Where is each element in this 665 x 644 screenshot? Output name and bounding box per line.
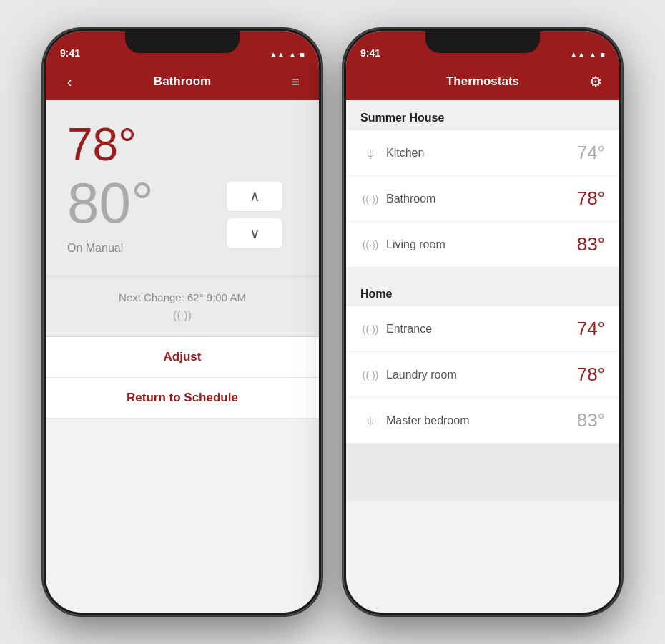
status-time-2: 9:41 [360, 47, 380, 59]
signal-icon-laundry: ((·)) [360, 369, 380, 381]
signal-icon-entrance: ((·)) [360, 323, 380, 335]
signal-icon: ▲▲ [270, 50, 285, 59]
phone1-content: 78° 80° On Manual ∧ ∨ Next Change: 62° 9… [46, 100, 319, 419]
next-change-text: Next Change: 62° 9:00 AM [67, 291, 297, 303]
list-item[interactable]: ((·)) Entrance 74° [346, 306, 619, 352]
app-header-1: ‹ Bathroom ≡ [46, 63, 319, 100]
status-icons-2: ▲▲ ▲ ■ [570, 50, 605, 59]
room-temp-laundry: 78° [577, 364, 605, 386]
wifi-status-icon-2: ▲ [588, 50, 596, 59]
signal-weak-icon: ψ [360, 147, 380, 159]
battery-icon: ■ [300, 50, 305, 59]
group-header-summer-house: Summer House [346, 100, 619, 130]
mode-label: On Manual [67, 242, 154, 255]
notch [125, 31, 240, 53]
notch-2 [425, 31, 540, 53]
list-item[interactable]: ψ Kitchen 74° [346, 130, 619, 176]
room-temp-master: 83° [577, 409, 605, 431]
thermostats-content: Summer House ψ Kitchen 74° ((·)) Bathroo… [346, 100, 619, 501]
set-temperature: 80° On Manual [67, 175, 154, 255]
return-to-schedule-button[interactable]: Return to Schedule [46, 378, 319, 419]
set-temp-value: 80° [67, 175, 154, 232]
screen-title-2: Thermostats [380, 74, 585, 89]
room-name-kitchen: Kitchen [386, 147, 577, 160]
room-temp-bathroom: 78° [577, 187, 605, 210]
room-temp-kitchen: 74° [577, 142, 605, 164]
room-name-master: Master bedroom [386, 414, 577, 427]
status-time-1: 9:41 [60, 47, 80, 59]
adjust-button[interactable]: Adjust [46, 337, 319, 378]
signal-icon-living: ((·)) [360, 239, 380, 250]
room-temp-entrance: 74° [577, 318, 605, 340]
phone-1: 9:41 ▲▲ ▲ ■ ‹ Bathroom ≡ 78° 80° On Manu… [43, 29, 322, 615]
temp-section: 78° 80° On Manual ∧ ∨ [46, 100, 319, 276]
group-divider [346, 268, 619, 276]
bottom-spacer-2 [346, 444, 619, 501]
room-name-living: Living room [386, 238, 577, 251]
signal-icon-2: ▲▲ [570, 50, 586, 59]
battery-icon-2: ■ [600, 50, 605, 59]
list-item[interactable]: ψ Master bedroom 83° [346, 398, 619, 444]
back-button[interactable]: ‹ [59, 74, 80, 90]
room-temp-living: 83° [577, 233, 605, 255]
next-change-section: Next Change: 62° 9:00 AM ((·)) [46, 277, 319, 336]
app-header-2: Thermostats ⚙ [346, 63, 619, 100]
connection-icon: ((·)) [173, 309, 192, 321]
list-item[interactable]: ((·)) Laundry room 78° [346, 352, 619, 398]
status-icons-1: ▲▲ ▲ ■ [270, 50, 305, 59]
wifi-status-icon: ▲ [288, 50, 296, 59]
group-header-home: Home [346, 276, 619, 306]
temp-controls: ∧ ∨ [226, 180, 283, 249]
phone-2: 9:41 ▲▲ ▲ ■ Thermostats ⚙ Summer House ψ… [343, 29, 622, 615]
list-item[interactable]: ((·)) Living room 83° [346, 222, 619, 268]
temp-down-button[interactable]: ∨ [226, 218, 283, 249]
temp-up-button[interactable]: ∧ [226, 180, 283, 212]
signal-icon-bathroom: ((·)) [360, 193, 380, 205]
screen-title-1: Bathroom [80, 74, 285, 89]
actions-section: Adjust Return to Schedule [46, 337, 319, 419]
list-item[interactable]: ((·)) Bathroom 78° [346, 176, 619, 222]
room-name-entrance: Entrance [386, 323, 577, 336]
signal-weak-icon-master: ψ [360, 415, 380, 426]
menu-button[interactable]: ≡ [285, 74, 306, 90]
settings-button[interactable]: ⚙ [585, 73, 606, 90]
current-temperature: 78° [67, 122, 297, 167]
set-temp-row: 80° On Manual ∧ ∨ [67, 175, 297, 255]
room-name-bathroom: Bathroom [386, 192, 577, 205]
room-name-laundry: Laundry room [386, 369, 577, 381]
